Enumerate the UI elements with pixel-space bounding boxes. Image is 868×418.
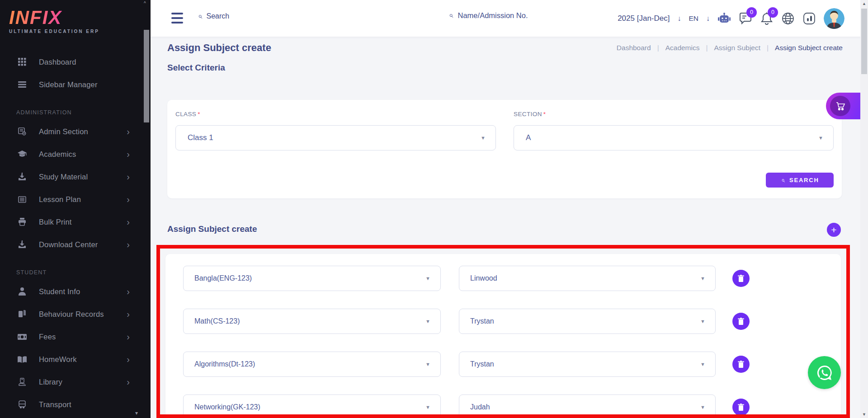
language-selector[interactable]: EN bbox=[689, 14, 698, 23]
sidebar-item-lesson-plan[interactable]: Lesson Plan › bbox=[0, 188, 151, 211]
criteria-heading: Select Criteria bbox=[167, 63, 225, 73]
main-area: ⌕ Search ⌕ 2025 [Jan-Dec] ↓ EN ↓ 0 bbox=[151, 0, 868, 418]
clipboard-icon bbox=[17, 309, 27, 319]
topbar: ⌕ Search ⌕ 2025 [Jan-Dec] ↓ EN ↓ 0 bbox=[151, 0, 868, 37]
subject-select[interactable]: Math(CS-123) ▼ bbox=[183, 309, 441, 334]
brand-logo[interactable]: INFIX ULTIMATE EDUCATION ERP bbox=[0, 0, 151, 43]
bus-icon bbox=[17, 399, 27, 409]
sidebar-item-admin-section[interactable]: Admin Section › bbox=[0, 120, 151, 143]
chevron-right-icon: › bbox=[127, 150, 130, 159]
printer-icon bbox=[17, 217, 27, 227]
menu-icon bbox=[17, 80, 27, 89]
subject-select[interactable]: Bangla(ENG-123) ▼ bbox=[183, 266, 441, 291]
delete-row-button[interactable] bbox=[732, 356, 750, 373]
breadcrumb-assign-subject[interactable]: Assign Subject bbox=[714, 44, 761, 52]
message-count-badge: 0 bbox=[746, 7, 757, 18]
website-button[interactable] bbox=[781, 12, 795, 25]
breadcrumb-academics[interactable]: Academics bbox=[665, 44, 700, 52]
cart-icon bbox=[835, 102, 845, 111]
sidebar-group-administration: ADMINISTRATION bbox=[0, 96, 151, 120]
arrow-down-icon[interactable]: ↓ bbox=[706, 14, 710, 23]
delete-row-button[interactable] bbox=[732, 270, 750, 287]
caret-down-icon: ▼ bbox=[700, 319, 705, 324]
chevron-right-icon: › bbox=[127, 377, 130, 386]
subject-select-value: Math(CS-123) bbox=[194, 317, 240, 325]
notifications-button[interactable]: 0 bbox=[760, 12, 774, 25]
teacher-select-value: Trystan bbox=[470, 317, 494, 325]
sidebar-item-transport[interactable]: Transport bbox=[0, 393, 151, 416]
list-icon bbox=[17, 194, 27, 204]
sidebar-item-sidebar-manager[interactable]: Sidebar Manager bbox=[0, 73, 151, 96]
scroll-up-icon[interactable]: ^ bbox=[144, 1, 146, 6]
teacher-select[interactable]: Judah ▼ bbox=[459, 395, 716, 418]
buy-now-tab[interactable] bbox=[826, 93, 860, 119]
grid-icon bbox=[17, 57, 27, 67]
global-search-input[interactable] bbox=[458, 11, 562, 20]
sidebar-item-behaviour-records[interactable]: Behaviour Records › bbox=[0, 303, 151, 325]
sidebar-item-download-center[interactable]: Download Center › bbox=[0, 233, 151, 256]
delete-row-button[interactable] bbox=[732, 399, 750, 416]
breadcrumb-separator: | bbox=[767, 44, 769, 52]
sidebar-item-bulk-print[interactable]: Bulk Print › bbox=[0, 211, 151, 233]
sidebar-item-fees[interactable]: Fees › bbox=[0, 325, 151, 348]
caret-down-icon: ▼ bbox=[425, 404, 430, 410]
hamburger-menu-icon[interactable] bbox=[171, 13, 183, 23]
banknote-icon bbox=[17, 332, 27, 342]
delete-row-button[interactable] bbox=[732, 313, 750, 330]
messages-button[interactable]: 0 bbox=[739, 12, 752, 25]
trash-icon bbox=[738, 361, 744, 368]
sidebar-item-label: Library bbox=[39, 378, 62, 386]
sidebar-item-study-material[interactable]: Study Material › bbox=[0, 165, 151, 188]
chatbot-button[interactable] bbox=[717, 12, 731, 25]
sidebar-item-label: Lesson Plan bbox=[39, 195, 81, 204]
download-icon bbox=[17, 172, 27, 182]
quick-search[interactable]: ⌕ Search bbox=[198, 12, 229, 21]
brand-name: INFIX bbox=[9, 7, 151, 28]
scroll-down-icon[interactable]: ▼ bbox=[862, 412, 866, 417]
sidebar-item-library[interactable]: Library › bbox=[0, 371, 151, 393]
subject-select[interactable]: Algorithms(Dt-123) ▼ bbox=[183, 352, 441, 377]
class-select[interactable]: Class 1 ▼ bbox=[175, 125, 496, 150]
sidebar-item-dashboard[interactable]: Dashboard bbox=[0, 51, 151, 73]
add-row-button[interactable]: + bbox=[827, 223, 841, 237]
analytics-icon bbox=[803, 12, 816, 25]
page-scrollbar-thumb[interactable] bbox=[861, 9, 867, 74]
arrow-down-icon[interactable]: ↓ bbox=[677, 14, 681, 23]
sidebar-item-label: Academics bbox=[39, 150, 76, 159]
search-button[interactable]: ⌕ SEARCH bbox=[766, 173, 834, 188]
scroll-down-icon[interactable]: ▾ bbox=[135, 410, 138, 416]
search-icon: ⌕ bbox=[780, 176, 785, 184]
cart-badge bbox=[830, 96, 850, 116]
subject-select-value: Networking(GK-123) bbox=[194, 403, 260, 411]
teacher-select[interactable]: Linwood ▼ bbox=[459, 266, 716, 291]
sidebar-item-student-info[interactable]: Student Info › bbox=[0, 280, 151, 303]
teacher-select[interactable]: Trystan ▼ bbox=[459, 352, 716, 377]
section-label-text: SECTION bbox=[514, 111, 542, 117]
sidebar-scrollbar-thumb[interactable] bbox=[144, 30, 149, 122]
breadcrumb-dashboard[interactable]: Dashboard bbox=[617, 44, 651, 52]
analytics-button[interactable] bbox=[802, 12, 816, 25]
scroll-up-icon[interactable]: ▲ bbox=[862, 1, 866, 6]
whatsapp-icon bbox=[816, 364, 834, 382]
assign-row: Bangla(ENG-123) ▼ Linwood ▼ bbox=[165, 266, 841, 291]
trash-icon bbox=[738, 318, 744, 325]
page-scrollbar[interactable]: ▲ ▼ bbox=[860, 0, 868, 418]
user-avatar[interactable] bbox=[824, 8, 844, 29]
page-content: Assign Subject create Dashboard | Academ… bbox=[151, 37, 868, 418]
teacher-select[interactable]: Trystan ▼ bbox=[459, 309, 716, 334]
subject-select[interactable]: Networking(GK-123) ▼ bbox=[183, 395, 441, 418]
sidebar-item-homework[interactable]: HomeWork › bbox=[0, 348, 151, 371]
sidebar-scrollbar[interactable]: ^ ▾ bbox=[142, 0, 151, 418]
quick-search-label: Search bbox=[207, 12, 230, 20]
assign-card: Bangla(ENG-123) ▼ Linwood ▼ Math(CS-123)… bbox=[165, 254, 841, 418]
class-label: CLASS* bbox=[175, 111, 200, 117]
whatsapp-button[interactable] bbox=[808, 356, 841, 389]
sidebar-item-label: HomeWork bbox=[39, 355, 77, 364]
session-selector[interactable]: 2025 [Jan-Dec] bbox=[618, 14, 670, 23]
section-select[interactable]: A ▼ bbox=[514, 125, 834, 150]
search-icon: ⌕ bbox=[198, 12, 203, 21]
sidebar-item-academics[interactable]: Academics › bbox=[0, 143, 151, 165]
chevron-right-icon: › bbox=[127, 172, 130, 181]
teacher-select-value: Trystan bbox=[470, 360, 494, 368]
chevron-right-icon: › bbox=[127, 310, 130, 319]
